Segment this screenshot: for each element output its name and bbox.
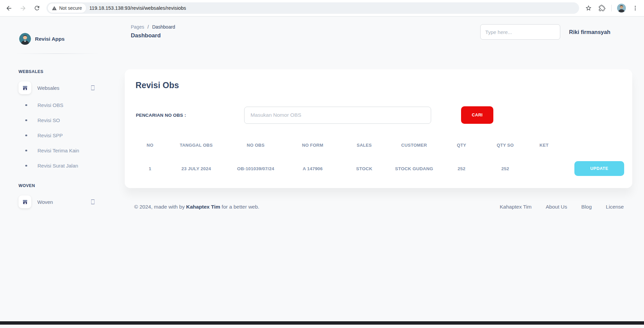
col-header-customer: CUSTOMER [389,141,439,150]
sidebar: Revisi Apps WEBSALES Websales Revisi OBS [0,16,101,208]
missing-glyph-icon [91,85,94,90]
breadcrumb-current: Dashboard [152,24,175,30]
footer-link-about-us[interactable]: About Us [546,204,567,210]
cell-tanggal-obs: 23 JULY 2024 [167,166,225,171]
back-icon[interactable] [5,4,13,12]
copyright-suffix: for a better web. [220,204,259,210]
not-secure-chip[interactable]: Not secure [48,3,86,13]
cell-no-form: A 147906 [286,166,339,171]
col-header-no-obs: NO OBS [225,141,286,150]
bookmark-star-icon[interactable] [584,4,593,12]
bullet-icon [25,119,27,121]
bullet-icon [25,165,27,167]
cell-sales: STOCK [339,166,389,171]
table-header-row: NO TANGGAL OBS NO OBS NO FORM SALES CUST… [133,141,624,150]
navbar-search-input[interactable] [480,24,560,40]
cari-button[interactable]: CARI [461,106,493,124]
cell-customer: STOCK GUDANG [389,166,439,171]
footer-link-license[interactable]: License [606,204,624,210]
sidebar-item-label: Websales [37,85,60,91]
sidebar-item-revisi-so[interactable]: Revisi SO [15,113,99,128]
user-name[interactable]: Riki firmansyah [569,29,610,35]
breadcrumb-pages[interactable]: Pages [131,24,144,30]
breadcrumb: Pages / Dashboard [131,24,175,30]
address-bar[interactable]: Not secure 119.18.153.138:93/revisi/webs… [46,2,579,14]
revisi-obs-card: Revisi Obs PENCARIAN NO OBS : CARI NO TA… [125,69,632,188]
col-header-qty-so: QTY SO [484,141,527,150]
refresh-icon[interactable] [33,4,41,12]
cell-no: 1 [133,166,167,171]
sub-item-label: Revisi SPP [38,133,63,138]
col-header-qty: QTY [439,141,484,150]
browser-menu-icon[interactable] [631,4,639,12]
cell-qty: 252 [439,166,484,171]
copyright-text: © 2024, made with by Kahaptex Tim for a … [134,204,259,210]
toolbar-divider [611,5,612,11]
sub-item-label: Revisi SO [38,117,60,123]
app-page: Revisi Apps WEBSALES Websales Revisi OBS [0,16,644,325]
main-content: Pages / Dashboard Dashboard Riki firmans… [125,16,632,210]
obs-table: NO TANGGAL OBS NO OBS NO FORM SALES CUST… [133,141,624,176]
section-label-websales: WEBSALES [18,69,99,74]
sidebar-item-label: Woven [37,199,53,205]
websales-subnav: Revisi OBS Revisi SO Revisi SPP Revisi T… [15,98,99,173]
bullet-icon [25,135,27,137]
sidebar-item-woven[interactable]: Woven [18,195,94,208]
sub-item-label: Revisi OBS [38,102,64,108]
brand-avatar-icon [19,33,31,45]
sub-item-label: Revisi Terima Kain [38,148,79,153]
obs-number-input[interactable] [244,107,431,124]
forward-icon[interactable] [19,4,27,12]
url-text[interactable]: 119.18.153.138:93/revisi/websales/revisi… [89,5,186,11]
missing-glyph-icon [91,199,94,204]
extensions-icon[interactable] [598,4,606,12]
browser-toolbar: Not secure 119.18.153.138:93/revisi/webs… [0,0,644,16]
store-icon [18,195,31,208]
sidebar-brand[interactable]: Revisi Apps [19,33,99,45]
col-header-no-form: NO FORM [286,141,339,150]
breadcrumb-separator: / [148,24,149,30]
obs-search-row: PENCARIAN NO OBS : CARI [133,106,624,124]
col-header-ket: KET [526,141,562,150]
warning-triangle-icon [52,6,57,11]
sidebar-item-revisi-terima-kain[interactable]: Revisi Terima Kain [15,143,99,158]
col-header-sales: SALES [339,141,389,150]
card-title: Revisi Obs [136,80,624,90]
sidebar-item-revisi-spp[interactable]: Revisi SPP [15,128,99,143]
copyright-brand-link[interactable]: Kahaptex Tim [186,204,220,210]
table-row: 1 23 JULY 2024 OB-101039/07/24 A 147906 … [133,161,624,176]
cell-qty-so: 252 [484,166,527,171]
security-label: Not secure [59,5,82,11]
col-header-tanggal-obs: TANGGAL OBS [167,141,225,150]
brand-name: Revisi Apps [35,36,65,42]
footer-link-blog[interactable]: Blog [581,204,592,210]
footer-links: Kahaptex Tim About Us Blog License [500,204,624,210]
sidebar-divider [15,53,99,54]
sidebar-item-websales[interactable]: Websales [18,81,94,94]
store-icon [18,81,31,94]
col-header-no: NO [133,141,167,150]
copyright-prefix: © 2024, made with by [134,204,186,210]
top-navbar: Pages / Dashboard Dashboard Riki firmans… [125,16,632,40]
bullet-icon [25,150,27,152]
bullet-icon [25,104,27,106]
page-title: Dashboard [131,32,175,39]
obs-search-label: PENCARIAN NO OBS : [136,113,186,118]
col-header-action [562,143,624,147]
footer: © 2024, made with by Kahaptex Tim for a … [125,204,632,210]
taskbar-edge [0,321,644,325]
sidebar-item-revisi-obs[interactable]: Revisi OBS [15,98,99,113]
section-label-woven: WOVEN [18,183,99,188]
sidebar-item-revisi-surat-jalan[interactable]: Revisi Surat Jalan [15,158,99,173]
update-button[interactable]: UPDATE [574,161,624,176]
sub-item-label: Revisi Surat Jalan [38,163,78,169]
cell-no-obs: OB-101039/07/24 [225,166,286,171]
footer-link-kahaptex-tim[interactable]: Kahaptex Tim [500,204,532,210]
browser-profile-avatar[interactable] [617,4,626,12]
